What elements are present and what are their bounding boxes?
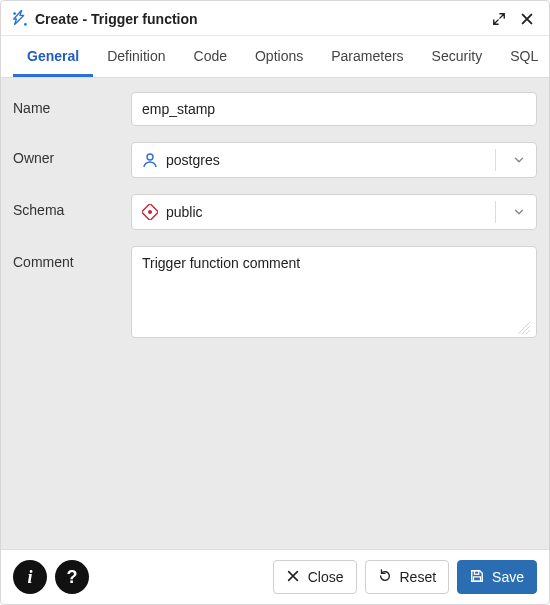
reset-button[interactable]: Reset [365,560,450,594]
trigger-function-icon [11,10,29,28]
info-icon: i [27,567,32,588]
row-owner: Owner postgres [13,142,537,178]
schema-value: public [166,204,483,220]
close-button[interactable]: Close [273,560,357,594]
form-panel: Name Owner postgres [1,78,549,549]
comment-textarea[interactable] [131,246,537,338]
reset-button-label: Reset [400,569,437,585]
save-button-label: Save [492,569,524,585]
row-comment: Comment [13,246,537,341]
row-schema: Schema public [13,194,537,230]
label-schema: Schema [13,194,131,218]
label-comment: Comment [13,246,131,270]
tab-parameters[interactable]: Parameters [317,36,417,77]
reset-icon [378,569,394,585]
svg-point-2 [147,154,153,160]
x-icon [286,569,302,585]
resize-handle-icon[interactable] [517,321,531,335]
row-name: Name [13,92,537,126]
owner-select[interactable]: postgres [131,142,537,178]
help-button[interactable]: ? [55,560,89,594]
svg-rect-5 [474,571,478,575]
dialog-title: Create - Trigger function [35,11,198,27]
owner-value: postgres [166,152,483,168]
tab-code[interactable]: Code [180,36,241,77]
dialog-titlebar: Create - Trigger function [1,1,549,36]
label-owner: Owner [13,142,131,166]
help-icon: ? [67,567,78,588]
tab-security[interactable]: Security [418,36,497,77]
chevron-down-icon [508,153,530,167]
tab-bar: General Definition Code Options Paramete… [1,36,549,78]
svg-point-4 [148,210,152,214]
close-button-label: Close [308,569,344,585]
svg-point-1 [24,23,27,26]
svg-point-0 [13,12,16,15]
user-icon [142,152,158,168]
create-trigger-function-dialog: Create - Trigger function General Defini… [0,0,550,605]
tab-sql[interactable]: SQL [496,36,550,77]
schema-select[interactable]: public [131,194,537,230]
separator [495,149,496,171]
schema-icon [142,204,158,220]
tab-options[interactable]: Options [241,36,317,77]
label-name: Name [13,92,131,116]
expand-icon[interactable] [489,9,509,29]
chevron-down-icon [508,205,530,219]
save-icon [470,569,486,585]
save-button[interactable]: Save [457,560,537,594]
separator [495,201,496,223]
tab-definition[interactable]: Definition [93,36,179,77]
dialog-footer: i ? Close Reset Save [1,549,549,604]
tab-general[interactable]: General [13,36,93,77]
info-button[interactable]: i [13,560,47,594]
close-icon[interactable] [517,9,537,29]
name-input[interactable] [131,92,537,126]
